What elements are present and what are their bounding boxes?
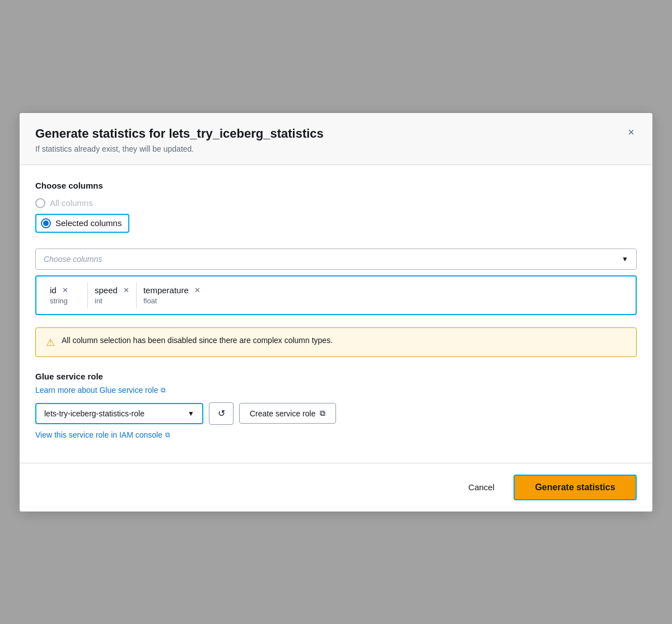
columns-dropdown-placeholder: Choose columns: [44, 255, 102, 264]
column-tag-speed: speed ✕ int: [88, 282, 137, 308]
tag-type-id: string: [50, 297, 81, 305]
tag-type-speed: int: [95, 297, 129, 305]
close-button[interactable]: ×: [623, 124, 639, 140]
learn-more-external-icon: ⧉: [161, 386, 166, 394]
radio-selected-columns-label: Selected columns: [55, 218, 122, 228]
radio-group-columns: All columns Selected columns: [35, 198, 637, 238]
tag-type-temperature: float: [143, 297, 200, 305]
view-role-link[interactable]: View this service role in IAM console ⧉: [35, 430, 170, 439]
refresh-icon: ↺: [218, 408, 225, 419]
modal-header: Generate statistics for lets_try_iceberg…: [20, 113, 652, 165]
warning-icon: ⚠: [46, 336, 55, 349]
view-role-external-icon: ⧉: [165, 431, 170, 439]
selected-tags-box: id ✕ string speed ✕ int temperature ✕: [35, 275, 637, 315]
radio-selected-columns[interactable]: Selected columns: [35, 214, 129, 233]
role-row: lets-try-iceberg-statistics-role ▼ ↺ Cre…: [35, 402, 637, 425]
tag-remove-temperature[interactable]: ✕: [194, 287, 200, 294]
column-tag-id: id ✕ string: [43, 282, 88, 308]
glue-service-role-section: Glue service role Learn more about Glue …: [35, 372, 637, 439]
tag-name-speed: speed: [95, 285, 118, 295]
glue-service-role-title: Glue service role: [35, 372, 637, 381]
cancel-button[interactable]: Cancel: [457, 477, 506, 498]
role-dropdown-arrow-icon: ▼: [188, 410, 194, 417]
radio-all-columns-input[interactable]: [35, 198, 45, 208]
learn-more-link[interactable]: Learn more about Glue service role ⧉: [35, 386, 166, 395]
role-dropdown-value: lets-try-iceberg-statistics-role: [44, 409, 144, 418]
warning-text: All column selection has been disabled s…: [62, 336, 333, 345]
create-role-external-icon: ⧉: [320, 409, 325, 418]
view-role-text: View this service role in IAM console: [35, 430, 162, 439]
columns-dropdown-arrow-icon: ▼: [622, 255, 628, 263]
modal-title: Generate statistics for lets_try_iceberg…: [35, 126, 637, 141]
column-tag-temperature: temperature ✕ float: [137, 282, 207, 308]
tag-remove-id[interactable]: ✕: [62, 287, 68, 294]
radio-all-columns-label: All columns: [50, 198, 93, 208]
modal-footer: Cancel Generate statistics: [20, 463, 652, 512]
refresh-button[interactable]: ↺: [209, 402, 234, 425]
choose-columns-label: Choose columns: [35, 181, 637, 190]
tag-name-id: id: [50, 285, 57, 295]
dialog: Generate statistics for lets_try_iceberg…: [20, 113, 652, 512]
modal-body: Choose columns All columns Selected colu…: [20, 165, 652, 463]
tag-name-temperature: temperature: [143, 285, 189, 295]
radio-all-columns[interactable]: All columns: [35, 198, 637, 208]
modal-subtitle: If statistics already exist, they will b…: [35, 144, 637, 153]
warning-box: ⚠ All column selection has been disabled…: [35, 327, 637, 357]
role-dropdown[interactable]: lets-try-iceberg-statistics-role ▼: [35, 403, 203, 424]
radio-selected-columns-input[interactable]: [41, 218, 51, 228]
create-role-label: Create service role: [250, 409, 316, 418]
create-service-role-button[interactable]: Create service role ⧉: [239, 403, 336, 424]
tag-remove-speed[interactable]: ✕: [123, 287, 129, 294]
learn-more-text: Learn more about Glue service role: [35, 386, 158, 395]
columns-dropdown[interactable]: Choose columns ▼: [35, 248, 637, 270]
modal-overlay: Generate statistics for lets_try_iceberg…: [0, 0, 672, 624]
generate-statistics-button[interactable]: Generate statistics: [514, 475, 637, 500]
